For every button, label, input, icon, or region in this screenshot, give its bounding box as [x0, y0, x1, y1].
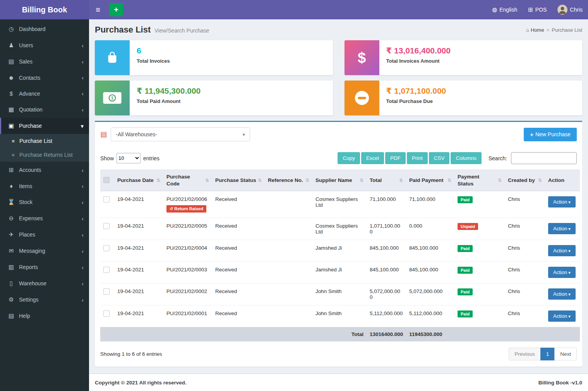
sidebar-subitem-purchase-returns-list[interactable]: ≡Purchase Returns List [0, 148, 89, 162]
expenses-icon: ⊖ [7, 215, 15, 222]
csv-export-button[interactable]: CSV [429, 152, 450, 164]
pos-icon: ⊞ [528, 6, 533, 13]
plus-icon: + [530, 131, 533, 138]
sidebar-item-accounts[interactable]: ⊞Accounts‹ [0, 162, 89, 178]
warehouse-select[interactable]: -All Warehouses- ▾ [111, 127, 250, 141]
cell-select [100, 191, 114, 218]
user-menu[interactable]: Chris [552, 0, 588, 19]
cell-created-by: Chris [505, 191, 545, 218]
pagination-previous[interactable]: Previous [509, 348, 541, 360]
row-checkbox[interactable] [103, 223, 110, 229]
pagination-next[interactable]: Next [554, 348, 577, 360]
sort-icon[interactable]: ⇅ [205, 178, 209, 183]
language-menu[interactable]: ◍ English [487, 0, 523, 19]
row-checkbox[interactable] [103, 196, 110, 202]
column-header-reference-no[interactable]: Reference No.⇅ [265, 170, 312, 191]
action-button[interactable]: Action▾ [548, 288, 576, 300]
cell-payment-status: Paid [454, 305, 505, 327]
sort-icon[interactable]: ⇅ [258, 178, 262, 183]
sidebar-item-places[interactable]: ✈Places‹ [0, 226, 89, 243]
action-button[interactable]: Action▾ [548, 223, 576, 234]
cell-purchase-date: 19-04-2021 [114, 283, 163, 305]
sidebar-item-reports[interactable]: ▥Reports‹ [0, 259, 89, 275]
page-size-select[interactable]: 10 [117, 153, 141, 163]
column-header-purchase-status[interactable]: Purchase Status⇅ [212, 170, 265, 191]
cell-supplier-name: John Smith [312, 283, 367, 305]
sidebar-item-label: Quotation [19, 106, 78, 113]
cell-total: 845,100.000 [367, 262, 406, 283]
brand-logo[interactable]: Billing Book [0, 0, 89, 19]
sidebar-item-messaging[interactable]: ✉Messaging‹ [0, 243, 89, 259]
row-checkbox[interactable] [103, 245, 110, 251]
sort-icon[interactable]: ⇅ [156, 178, 160, 183]
sidebar-item-label: Warehouse [19, 280, 78, 286]
sort-icon[interactable]: ⇅ [447, 178, 451, 183]
column-label: Total [370, 177, 382, 184]
cell-created-by: Chris [505, 240, 545, 262]
sidebar-item-users[interactable]: ♟Users‹ [0, 37, 89, 53]
breadcrumb-home[interactable]: ⌂ Home [526, 27, 544, 33]
columns-export-button[interactable]: Columns [451, 152, 481, 164]
sidebar-item-settings[interactable]: ⚙Settings‹ [0, 292, 89, 308]
pos-button[interactable]: ⊞ POS [523, 0, 552, 19]
column-header-purchase-date[interactable]: Purchase Date⇅ [114, 170, 163, 191]
select-all-checkbox[interactable] [103, 177, 110, 183]
column-header-total[interactable]: Total⇅ [367, 170, 406, 191]
sidebar-subitem-purchase-list[interactable]: ≡Purchase List [0, 134, 89, 148]
sidebar-item-stock[interactable]: ⌛Stock‹ [0, 194, 89, 210]
new-purchase-button[interactable]: + New Purchase [524, 128, 577, 141]
sidebar-item-warehouse[interactable]: ▯Warehouse‹ [0, 275, 89, 292]
print-export-button[interactable]: Print [407, 152, 428, 164]
cell-purchase-status: Received [212, 262, 265, 283]
excel-export-button[interactable]: Excel [361, 152, 384, 164]
action-button[interactable]: Action▾ [548, 267, 576, 278]
column-header-paid-payment[interactable]: Paid Payment⇅ [406, 170, 454, 191]
copy-export-button[interactable]: Copy [338, 152, 360, 164]
sidebar-item-items[interactable]: ♦Items‹ [0, 178, 89, 194]
caret-down-icon: ▾ [568, 270, 571, 275]
pdf-export-button[interactable]: PDF [385, 152, 406, 164]
sort-icon[interactable]: ⇅ [538, 178, 542, 183]
column-header-created-by[interactable]: Created by⇅ [505, 170, 545, 191]
cell-purchase-code: PU/2021/02/0004 [163, 240, 212, 262]
sort-icon[interactable]: ⇅ [305, 178, 309, 183]
sidebar-item-contacts[interactable]: ☻Contacts‹ [0, 70, 89, 86]
sidebar-item-label: Advance [19, 91, 78, 97]
action-button[interactable]: Action▾ [548, 196, 576, 208]
cell-purchase-status: Received [212, 240, 265, 262]
sidebar-item-sales[interactable]: ▤Sales‹ [0, 53, 89, 70]
chevron-left-icon: ‹ [82, 232, 84, 238]
column-header-payment-status[interactable]: Payment Status⇅ [454, 170, 505, 191]
hamburger-menu-button[interactable]: ≡ [89, 0, 107, 19]
sidebar-item-quotation[interactable]: ▦Quotation‹ [0, 101, 89, 118]
cell-purchase-status: Received [212, 305, 265, 327]
column-label: Purchase Status [215, 177, 256, 184]
minus-circle-icon [345, 81, 379, 115]
action-button[interactable]: Action▾ [548, 245, 576, 256]
sort-icon[interactable]: ⇅ [399, 178, 403, 183]
action-button[interactable]: Action▾ [548, 310, 576, 322]
sidebar-item-help[interactable]: ▤Help [0, 308, 89, 324]
column-header-select [100, 170, 114, 191]
quick-add-button[interactable]: + [109, 3, 123, 16]
sort-icon[interactable]: ⇅ [498, 178, 502, 183]
row-checkbox[interactable] [103, 310, 110, 317]
row-checkbox[interactable] [103, 267, 110, 273]
column-header-supplier-name[interactable]: Supplier Name⇅ [312, 170, 367, 191]
table-row: 19-04-2021PU/2021/02/0005ReceivedCosmex … [100, 218, 580, 240]
cell-purchase-status: Received [212, 218, 265, 240]
row-checkbox[interactable] [103, 288, 110, 295]
sidebar-item-purchase[interactable]: ▣Purchase▾ [0, 118, 89, 134]
search-input[interactable] [511, 152, 577, 164]
column-header-purchase-code[interactable]: Purchase Code⇅ [163, 170, 212, 191]
stat-card-total-purchase-due: ₹ 1,071,100.000 Total Purchase Due [345, 81, 583, 115]
sidebar-item-advance[interactable]: $Advance‹ [0, 86, 89, 101]
page-subtitle: View/Search Purchase [154, 27, 209, 34]
sidebar-item-expenses[interactable]: ⊖Expenses‹ [0, 210, 89, 226]
pagination-page-1[interactable]: 1 [540, 348, 555, 360]
sidebar-item-label: Dashboard [19, 26, 84, 32]
sort-icon[interactable]: ⇅ [360, 178, 363, 183]
sidebar-item-label: Expenses [19, 215, 78, 221]
sidebar-subitem-label: Purchase Returns List [19, 152, 73, 158]
sidebar-item-dashboard[interactable]: ◷Dashboard [0, 21, 89, 37]
